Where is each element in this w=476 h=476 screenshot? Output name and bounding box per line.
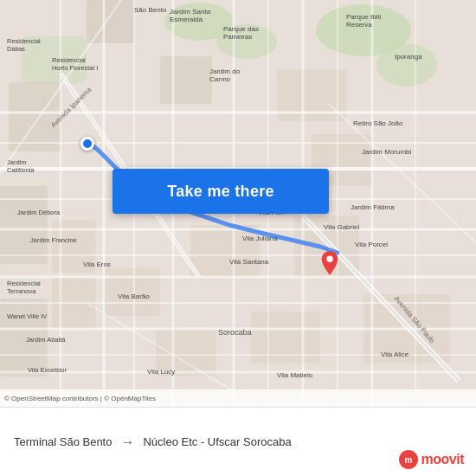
svg-text:Terranova: Terranova — [7, 287, 36, 295]
svg-text:Residencial: Residencial — [7, 37, 41, 45]
svg-text:São Bento: São Bento — [134, 6, 167, 14]
arrow-icon: → — [120, 434, 134, 450]
from-label: Terminal São Bento — [14, 435, 112, 448]
svg-text:Iporanga: Iporanga — [395, 53, 422, 61]
svg-rect-7 — [9, 82, 61, 151]
svg-point-91 — [326, 256, 332, 262]
svg-text:Sorocaba: Sorocaba — [218, 328, 252, 337]
route-info: Terminal São Bento → Núcleo Etc - Ufscar… — [14, 434, 462, 450]
svg-text:Residencial: Residencial — [52, 56, 86, 64]
svg-text:Vila Matielo: Vila Matielo — [277, 371, 313, 379]
svg-text:Jardim: Jardim — [7, 158, 27, 166]
svg-text:Jardim do: Jardim do — [209, 68, 241, 75]
svg-text:Jardim Fátima: Jardim Fátima — [351, 203, 395, 211]
svg-text:Carmo: Carmo — [209, 75, 231, 83]
svg-text:Esmeralda: Esmeralda — [170, 16, 203, 23]
moovit-logo: m moovit — [399, 450, 464, 469]
svg-text:Parque das: Parque das — [223, 25, 259, 33]
svg-text:Dálias: Dálias — [7, 45, 25, 53]
svg-text:Parque Ibiti: Parque Ibiti — [346, 13, 382, 21]
to-label: Núcleo Etc - Ufscar Sorocaba — [143, 435, 291, 448]
svg-text:Vila Eros: Vila Eros — [83, 261, 111, 268]
svg-text:Jardim Morumbi: Jardim Morumbi — [362, 148, 412, 156]
svg-text:Jardim Francine: Jardim Francine — [30, 236, 77, 244]
svg-text:Jardim Santa: Jardim Santa — [170, 8, 211, 16]
svg-text:Vila Alice: Vila Alice — [381, 351, 409, 358]
destination-marker — [320, 251, 339, 275]
svg-text:Vila Lucy: Vila Lucy — [147, 368, 175, 376]
svg-text:Califórnia: Califórnia — [7, 166, 35, 174]
svg-text:Jardim Abatiá: Jardim Abatiá — [26, 336, 66, 344]
svg-text:Vila Excelsior: Vila Excelsior — [28, 366, 67, 374]
svg-rect-16 — [190, 225, 260, 277]
svg-rect-6 — [87, 0, 134, 43]
svg-text:Vila Porcel: Vila Porcel — [355, 241, 388, 248]
svg-text:Jardim Débora: Jardim Débora — [17, 209, 61, 216]
origin-marker — [80, 137, 94, 151]
moovit-text: moovit — [421, 452, 464, 467]
take-me-there-button[interactable]: Take me there — [113, 169, 329, 214]
svg-point-4 — [376, 43, 437, 87]
svg-text:Horto Florestal I: Horto Florestal I — [52, 64, 98, 72]
svg-text:Reserva: Reserva — [346, 21, 372, 29]
svg-rect-11 — [0, 186, 48, 264]
svg-text:Vila Juliana: Vila Juliana — [242, 235, 278, 242]
map-container: São Bento Jardim Santa Esmeralda Parque … — [0, 0, 476, 407]
svg-text:Paineiras: Paineiras — [223, 33, 252, 41]
svg-text:Vila Gabriel: Vila Gabriel — [324, 223, 359, 231]
svg-text:Vila Barão: Vila Barão — [118, 293, 150, 300]
bottom-bar: Terminal São Bento → Núcleo Etc - Ufscar… — [0, 407, 476, 476]
svg-text:Residencial: Residencial — [7, 280, 41, 287]
svg-text:m: m — [404, 455, 412, 465]
svg-rect-8 — [160, 56, 212, 104]
svg-text:Wanel Ville IV: Wanel Ville IV — [7, 312, 47, 320]
svg-text:Vila Santana: Vila Santana — [229, 258, 269, 266]
svg-text:Retiro São João: Retiro São João — [353, 119, 403, 127]
svg-text:© OpenStreetMap contributors |: © OpenStreetMap contributors | © OpenMap… — [4, 395, 156, 402]
